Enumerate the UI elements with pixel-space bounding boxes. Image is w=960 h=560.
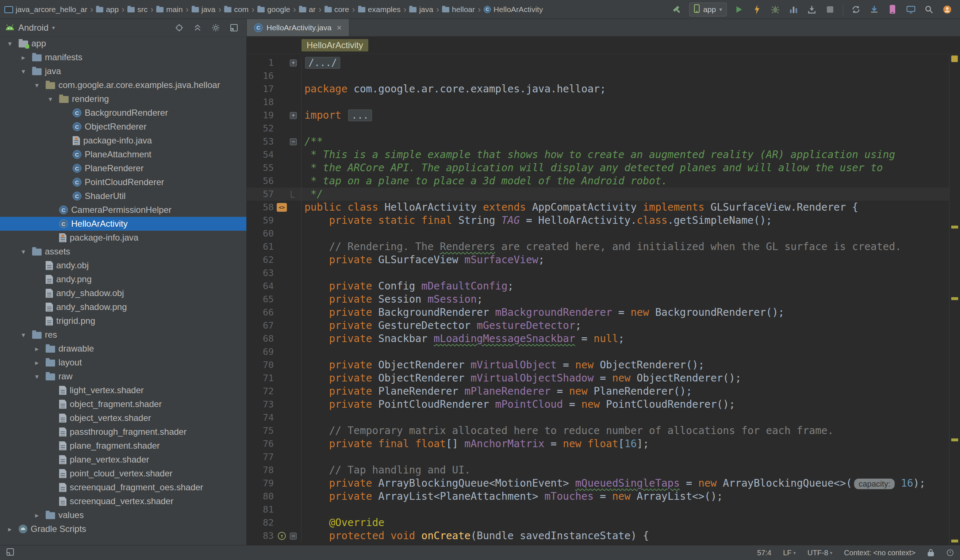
run-button[interactable] <box>730 2 747 17</box>
tree-item[interactable]: andy.obj <box>0 258 246 272</box>
breadcrumb-item[interactable]: com <box>224 5 249 14</box>
breadcrumb-item[interactable]: HelloArActivity <box>484 5 543 14</box>
expand-arrow[interactable]: ▾ <box>31 81 42 90</box>
expand-arrow[interactable]: ▾ <box>4 39 15 48</box>
code-line[interactable]: 80 private ArrayList<PlaneAttachment> mT… <box>247 490 949 503</box>
expand-arrow[interactable]: ▸ <box>18 53 29 62</box>
code-line[interactable]: 16 <box>247 69 949 83</box>
expand-arrow[interactable]: ▸ <box>31 358 42 367</box>
code-line[interactable]: 79 private ArrayBlockingQueue<MotionEven… <box>247 477 949 490</box>
encoding-indicator[interactable]: UTF-8▾ <box>807 549 832 557</box>
tree-item[interactable]: ▸layout <box>0 355 246 370</box>
fold-minus-icon[interactable]: − <box>290 138 297 145</box>
tree-item[interactable]: BackgroundRenderer <box>0 106 246 120</box>
expand-arrow[interactable]: ▸ <box>31 345 42 353</box>
breadcrumb-item[interactable]: main <box>156 5 183 14</box>
code-line[interactable]: 83↑− protected void onCreate(Bundle save… <box>247 530 949 542</box>
warning-mark[interactable] <box>951 438 958 442</box>
code-line[interactable]: 54 * This is a simple example that shows… <box>247 148 949 162</box>
cursor-position[interactable]: 57:4 <box>757 549 771 557</box>
tree-item[interactable]: ▾rendering <box>0 92 246 106</box>
warning-mark[interactable] <box>951 297 958 300</box>
override-method-icon[interactable]: ↑ <box>278 532 286 540</box>
code-line[interactable]: 17package com.google.ar.core.examples.ja… <box>247 83 949 96</box>
code-line[interactable]: 76 private final float[] mAnchorMatrix =… <box>247 437 949 451</box>
fold-plus-icon[interactable]: + <box>290 112 297 119</box>
tree-item[interactable]: ▸manifests <box>0 50 246 64</box>
inspection-indicator[interactable] <box>951 56 958 62</box>
hide-panel-icon[interactable] <box>227 21 241 34</box>
tree-item[interactable]: plane_fragment.shader <box>0 439 246 453</box>
context-indicator[interactable]: Context: <no context> <box>844 549 915 557</box>
stop-button[interactable] <box>822 2 838 17</box>
breadcrumb-item[interactable]: helloar <box>442 5 475 14</box>
expand-arrow[interactable]: ▾ <box>18 67 29 75</box>
tree-item[interactable]: package-info.java <box>0 134 246 147</box>
code-line[interactable]: 59 private static final String TAG = Hel… <box>247 214 949 227</box>
editor-tab[interactable]: HelloArActivity.java × <box>247 19 349 36</box>
close-tab-icon[interactable]: × <box>336 22 342 33</box>
tree-item[interactable]: point_cloud_vertex.shader <box>0 467 246 480</box>
tree-item[interactable]: andy_shadow.png <box>0 300 246 314</box>
layout-inspector-button[interactable] <box>884 2 901 17</box>
sync-project-button[interactable] <box>848 2 864 17</box>
code-line[interactable]: 62 private GLSurfaceView mSurfaceView; <box>247 253 949 267</box>
breadcrumb-item[interactable]: core <box>325 5 349 14</box>
code-line[interactable]: 78 // Tap handling and UI. <box>247 464 949 477</box>
breadcrumb-item[interactable]: java_arcore_hello_ar <box>4 5 87 14</box>
avatar[interactable] <box>939 2 956 17</box>
code-line[interactable]: 66 private BackgroundRenderer mBackgroun… <box>247 306 949 319</box>
attach-debugger-button[interactable] <box>803 2 820 17</box>
toolwindow-toggle-icon[interactable] <box>6 547 14 558</box>
code-line[interactable]: 63 <box>247 267 949 280</box>
tree-item[interactable]: ▸Gradle Scripts <box>0 522 246 536</box>
tree-item[interactable]: ▾java <box>0 64 246 78</box>
expand-arrow[interactable]: ▾ <box>31 372 42 381</box>
code-line[interactable]: 71 private ObjectRenderer mVirtualObject… <box>247 372 949 385</box>
tree-item[interactable]: CameraPermissionHelper <box>0 203 246 217</box>
tree-item[interactable]: trigrid.png <box>0 314 246 328</box>
debug-button[interactable] <box>767 2 784 17</box>
code-line[interactable]: 65 private Session mSession; <box>247 293 949 306</box>
breadcrumb-item[interactable]: HelloArActivity <box>301 39 368 51</box>
code-line[interactable]: 52 <box>247 122 949 135</box>
tree-item[interactable]: ▾com.google.ar.core.examples.java.helloa… <box>0 78 246 92</box>
search-button[interactable] <box>921 2 938 17</box>
bell-icon[interactable] <box>946 549 954 557</box>
line-separator-indicator[interactable]: LF▾ <box>783 549 796 557</box>
expand-arrow[interactable]: ▸ <box>31 511 42 520</box>
apply-changes-button[interactable] <box>749 2 765 17</box>
code-line[interactable]: 60 <box>247 227 949 240</box>
sdk-manager-button[interactable] <box>866 2 883 17</box>
breadcrumb-item[interactable]: examples <box>358 5 401 14</box>
related-symbol-icon[interactable]: <> <box>277 203 287 212</box>
breadcrumb-item[interactable]: ar <box>299 5 316 14</box>
tree-item[interactable]: ObjectRenderer <box>0 120 246 134</box>
tree-item[interactable]: object_vertex.shader <box>0 411 246 425</box>
code-line[interactable]: 77 <box>247 451 949 464</box>
tree-item[interactable]: package-info.java <box>0 231 246 245</box>
expand-arrow[interactable]: ▸ <box>4 525 15 533</box>
warning-mark[interactable] <box>951 539 958 542</box>
run-config-select[interactable]: app ▾ <box>689 3 727 16</box>
scope-icon[interactable] <box>172 21 187 34</box>
code-line[interactable]: 72 private PlaneRenderer mPlaneRenderer … <box>247 385 949 398</box>
code-line[interactable]: 68 private Snackbar mLoadingMessageSnack… <box>247 332 949 346</box>
tree-item[interactable]: light_vertex.shader <box>0 383 246 397</box>
tree-item[interactable]: ShaderUtil <box>0 189 246 203</box>
tree-item[interactable]: screenquad_fragment_oes.shader <box>0 480 246 494</box>
tree-item[interactable]: ▸values <box>0 508 246 522</box>
breadcrumb-item[interactable]: app <box>96 5 118 14</box>
tree-item[interactable]: ▾raw <box>0 370 246 383</box>
code-line[interactable]: 18 <box>247 96 949 109</box>
warning-mark[interactable] <box>951 226 958 229</box>
code-line[interactable]: 75 // Temporary matrix allocated here to… <box>247 424 949 437</box>
code-line[interactable]: 58<>public class HelloArActivity extends… <box>247 201 949 214</box>
tree-item[interactable]: object_fragment.shader <box>0 397 246 411</box>
tree-item[interactable]: plane_vertex.shader <box>0 453 246 467</box>
tree-item[interactable]: PlaneRenderer <box>0 162 246 175</box>
profiler-button[interactable] <box>785 2 802 17</box>
scrollbar-stripe[interactable] <box>949 54 960 545</box>
code-line[interactable]: 74 <box>247 411 949 424</box>
breadcrumb-item[interactable]: java <box>192 5 216 14</box>
